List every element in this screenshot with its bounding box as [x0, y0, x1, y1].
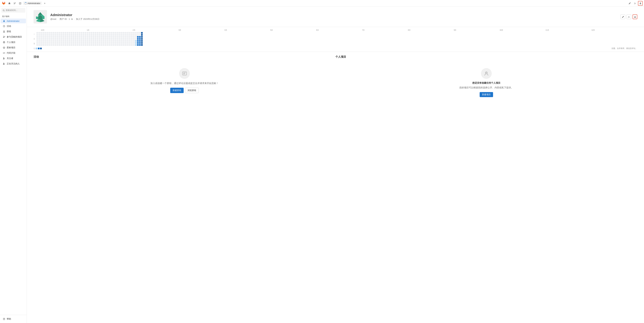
heatmap-cell[interactable] [40, 44, 42, 46]
heatmap-cell[interactable] [95, 44, 96, 46]
heatmap-cell[interactable] [123, 40, 124, 42]
heatmap-cell[interactable] [99, 38, 100, 40]
heatmap-cell[interactable] [93, 38, 94, 40]
heatmap-cell[interactable] [66, 32, 68, 34]
heatmap-cell[interactable] [58, 32, 60, 34]
heatmap-cell[interactable] [141, 38, 143, 40]
heatmap-cell[interactable] [125, 34, 126, 36]
heatmap-cell[interactable] [127, 36, 129, 38]
heatmap-cell[interactable] [38, 36, 40, 38]
heatmap-cell[interactable] [131, 40, 133, 42]
heatmap-cell[interactable] [64, 34, 66, 36]
heatmap-cell[interactable] [36, 36, 38, 38]
heatmap-cell[interactable] [115, 36, 116, 38]
sidebar-item-groups[interactable]: 群组 [1, 29, 26, 34]
user-settings-button[interactable] [632, 14, 637, 19]
heatmap-cell[interactable] [77, 44, 78, 46]
heatmap-cell[interactable] [113, 40, 114, 42]
heatmap-cell[interactable] [129, 40, 131, 42]
heatmap-cell[interactable] [40, 40, 42, 42]
heatmap-cell[interactable] [119, 42, 120, 44]
heatmap-cell[interactable] [91, 34, 92, 36]
heatmap-cell[interactable] [60, 36, 62, 38]
heatmap-cell[interactable] [46, 44, 48, 46]
heatmap-cell[interactable] [54, 44, 56, 46]
heatmap-cell[interactable] [133, 44, 135, 46]
heatmap-cell[interactable] [44, 34, 46, 36]
heatmap-cell[interactable] [60, 44, 62, 46]
heatmap-cell[interactable] [54, 34, 56, 36]
heatmap-cell[interactable] [58, 36, 60, 38]
heatmap-cell[interactable] [95, 36, 96, 38]
heatmap-cell[interactable] [123, 32, 124, 34]
heatmap-cell[interactable] [50, 38, 52, 40]
heatmap-cell[interactable] [83, 42, 84, 44]
heatmap-cell[interactable] [46, 38, 48, 40]
heatmap-cell[interactable] [139, 44, 141, 46]
heatmap-cell[interactable] [113, 36, 114, 38]
heatmap-cell[interactable] [38, 44, 40, 46]
heatmap-cell[interactable] [111, 34, 112, 36]
heatmap-cell[interactable] [79, 34, 80, 36]
heatmap-cell[interactable] [109, 42, 110, 44]
heatmap-cell[interactable] [62, 32, 64, 34]
heatmap-cell[interactable] [137, 32, 139, 34]
heatmap-cell[interactable] [125, 32, 126, 34]
heatmap-cell[interactable] [121, 34, 122, 36]
heatmap-cell[interactable] [125, 42, 126, 44]
heatmap-cell[interactable] [127, 34, 129, 36]
heatmap-cell[interactable] [50, 40, 52, 42]
heatmap-cell[interactable] [111, 36, 112, 38]
heatmap-cell[interactable] [139, 34, 141, 36]
heatmap-cell[interactable] [101, 34, 102, 36]
heatmap-cell[interactable] [77, 42, 78, 44]
heatmap-cell[interactable] [93, 40, 94, 42]
heatmap-cell[interactable] [113, 32, 114, 34]
sidebar-item-activity[interactable]: 活动 [1, 24, 26, 29]
heatmap-cell[interactable] [91, 38, 92, 40]
heatmap-cell[interactable] [64, 32, 66, 34]
heatmap-cell[interactable] [70, 44, 72, 46]
heatmap-cell[interactable] [38, 42, 40, 44]
sidebar-item-followers[interactable]: 关注者 [1, 56, 26, 61]
heatmap-cell[interactable] [139, 38, 141, 40]
heatmap-cell[interactable] [89, 42, 90, 44]
heatmap-cell[interactable] [75, 36, 76, 38]
heatmap-cell[interactable] [141, 36, 143, 38]
gitlab-logo[interactable] [1, 1, 6, 6]
heatmap-cell[interactable] [64, 36, 66, 38]
home-button[interactable] [7, 1, 12, 6]
heatmap-cell[interactable] [101, 32, 102, 34]
heatmap-cell[interactable] [135, 44, 137, 46]
heatmap-cell[interactable] [89, 34, 90, 36]
copy-id-button[interactable]: ⧉ [71, 18, 73, 20]
heatmap-cell[interactable] [46, 36, 48, 38]
heatmap-cell[interactable] [103, 42, 104, 44]
heatmap-cell[interactable] [60, 38, 62, 40]
heatmap-cell[interactable] [101, 42, 102, 44]
heatmap-cell[interactable] [123, 38, 124, 40]
heatmap-cell[interactable] [115, 32, 116, 34]
heatmap-cell[interactable] [117, 42, 118, 44]
heatmap-cell[interactable] [56, 38, 58, 40]
heatmap-cell[interactable] [56, 32, 58, 34]
heatmap-cell[interactable] [75, 32, 76, 34]
heatmap-cell[interactable] [137, 40, 139, 42]
heatmap-cell[interactable] [91, 36, 92, 38]
heatmap-cell[interactable] [48, 38, 50, 40]
user-avatar-button[interactable] [638, 1, 643, 6]
heatmap-cell[interactable] [81, 36, 82, 38]
heatmap-cell[interactable] [125, 36, 126, 38]
heatmap-cell[interactable] [58, 44, 60, 46]
heatmap-cell[interactable] [139, 32, 141, 34]
heatmap-cell[interactable] [95, 32, 96, 34]
heatmap-cell[interactable] [62, 42, 64, 44]
heatmap-cell[interactable] [83, 36, 84, 38]
heatmap-cell[interactable] [131, 36, 133, 38]
heatmap-cell[interactable] [97, 36, 98, 38]
heatmap-cell[interactable] [72, 38, 74, 40]
heatmap-cell[interactable] [87, 38, 88, 40]
heatmap-cell[interactable] [62, 40, 64, 42]
heatmap-cell[interactable] [141, 40, 143, 42]
heatmap-cell[interactable] [141, 44, 143, 46]
